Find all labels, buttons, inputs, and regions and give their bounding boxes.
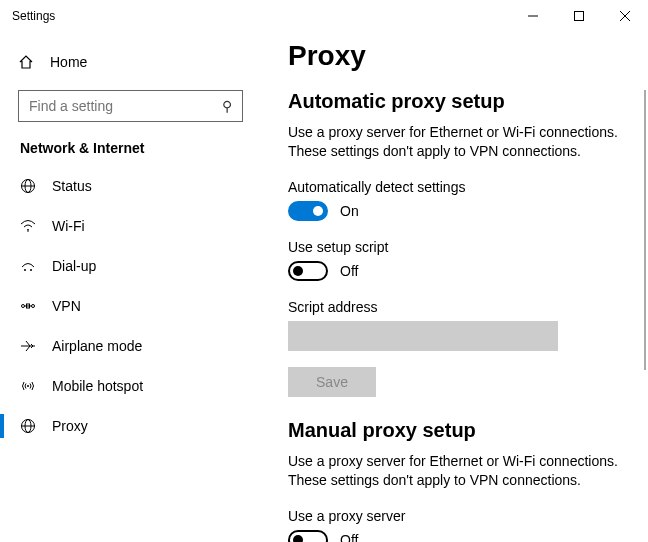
- search-icon: ⚲: [222, 98, 232, 114]
- sidebar-item-label: Mobile hotspot: [52, 378, 143, 394]
- sidebar-item-wifi[interactable]: Wi-Fi: [18, 206, 270, 246]
- sidebar-item-status[interactable]: Status: [18, 166, 270, 206]
- dialup-icon: [20, 258, 38, 274]
- use-script-label: Use setup script: [288, 239, 630, 255]
- sidebar-item-proxy[interactable]: Proxy: [18, 406, 270, 446]
- home-icon: [18, 54, 36, 70]
- section-header: Network & Internet: [18, 140, 270, 156]
- use-script-state: Off: [340, 263, 358, 279]
- sidebar-item-vpn[interactable]: VPN: [18, 286, 270, 326]
- content-panel: Proxy Automatic proxy setup Use a proxy …: [270, 32, 648, 542]
- use-proxy-state: Off: [340, 532, 358, 542]
- svg-point-10: [22, 305, 25, 308]
- airplane-icon: [20, 338, 38, 354]
- svg-point-7: [27, 230, 29, 232]
- use-proxy-toggle[interactable]: [288, 530, 328, 542]
- svg-rect-1: [575, 12, 584, 21]
- auto-description: Use a proxy server for Ethernet or Wi-Fi…: [288, 123, 630, 161]
- sidebar-item-label: Airplane mode: [52, 338, 142, 354]
- sidebar-item-hotspot[interactable]: Mobile hotspot: [18, 366, 270, 406]
- sidebar-item-airplane[interactable]: Airplane mode: [18, 326, 270, 366]
- sidebar-item-label: VPN: [52, 298, 81, 314]
- section-heading-manual: Manual proxy setup: [288, 419, 630, 442]
- sidebar: Home ⚲ Network & Internet Status Wi-Fi D…: [0, 32, 270, 542]
- sidebar-home-label: Home: [50, 54, 87, 70]
- proxy-icon: [20, 418, 38, 434]
- script-address-input[interactable]: [288, 321, 558, 351]
- auto-detect-state: On: [340, 203, 359, 219]
- scrollbar[interactable]: [644, 90, 646, 370]
- wifi-icon: [20, 218, 38, 234]
- page-title: Proxy: [288, 40, 630, 72]
- use-proxy-label: Use a proxy server: [288, 508, 630, 524]
- auto-detect-toggle[interactable]: [288, 201, 328, 221]
- svg-point-8: [24, 269, 26, 271]
- svg-point-14: [27, 385, 29, 387]
- section-heading-auto: Automatic proxy setup: [288, 90, 630, 113]
- manual-description: Use a proxy server for Ethernet or Wi-Fi…: [288, 452, 630, 490]
- maximize-button[interactable]: [556, 0, 602, 32]
- window-title: Settings: [12, 9, 55, 23]
- window-controls: [510, 0, 648, 32]
- search-field[interactable]: [29, 98, 222, 114]
- sidebar-home[interactable]: Home: [18, 42, 270, 82]
- sidebar-item-label: Status: [52, 178, 92, 194]
- sidebar-item-label: Proxy: [52, 418, 88, 434]
- svg-point-9: [30, 269, 32, 271]
- close-button[interactable]: [602, 0, 648, 32]
- sidebar-item-dialup[interactable]: Dial-up: [18, 246, 270, 286]
- sidebar-item-label: Wi-Fi: [52, 218, 85, 234]
- auto-detect-label: Automatically detect settings: [288, 179, 630, 195]
- vpn-icon: [20, 298, 38, 314]
- globe-icon: [20, 178, 38, 194]
- save-button[interactable]: Save: [288, 367, 376, 397]
- hotspot-icon: [20, 378, 38, 394]
- script-address-label: Script address: [288, 299, 630, 315]
- svg-point-11: [32, 305, 35, 308]
- sidebar-item-label: Dial-up: [52, 258, 96, 274]
- search-input[interactable]: ⚲: [18, 90, 243, 122]
- minimize-button[interactable]: [510, 0, 556, 32]
- use-script-toggle[interactable]: [288, 261, 328, 281]
